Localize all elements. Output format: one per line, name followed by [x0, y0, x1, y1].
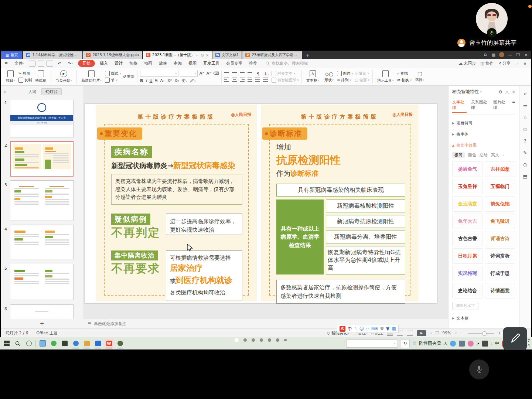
paste-button[interactable]: 粘贴∨	[4, 70, 17, 83]
tab-doc-1[interactable]: W 1.14材料科学...复试经验分享会	[23, 51, 82, 59]
minimize-button[interactable]: —	[507, 52, 512, 57]
cortana-icon[interactable]	[24, 339, 33, 348]
slideshow-play-button[interactable]: ▶	[417, 330, 426, 336]
art-text-item[interactable]: 扬眉兔气	[452, 161, 483, 177]
close-tab-icon[interactable]: ×	[206, 53, 209, 57]
taskbar-app-green[interactable]	[49, 339, 58, 348]
present-tools-button[interactable]: 演示工具∨	[375, 70, 396, 83]
slide-thumbnail-6[interactable]	[10, 304, 74, 319]
slide-thumbnail-4[interactable]	[10, 225, 74, 259]
taskbar-app-home[interactable]	[82, 339, 91, 348]
bell-icon[interactable]: △	[505, 89, 509, 95]
ime-symbols-icon[interactable]: °,	[354, 327, 357, 331]
taskbar-app-dark[interactable]	[60, 339, 69, 348]
line-spacing-icon[interactable]: ↕∨	[264, 72, 269, 76]
font-color-button[interactable]: A∨	[160, 78, 165, 83]
zoom-slider[interactable]	[468, 333, 494, 334]
refresh-circle-icon[interactable]: ↻	[401, 339, 410, 348]
tray-camera-icon[interactable]	[482, 341, 488, 347]
print-icon[interactable]	[38, 61, 44, 66]
subscript-button[interactable]: X₂	[174, 78, 179, 83]
font-size-select[interactable]: ∨	[180, 70, 198, 77]
tray-monitor-icon[interactable]	[459, 341, 465, 347]
ime-mode-chinese[interactable]: 中	[348, 326, 352, 332]
favorite-star-icon[interactable]: ☆	[523, 115, 528, 120]
menu-insert[interactable]: 插入	[96, 59, 111, 68]
art-text-item[interactable]: 背诵古诗	[485, 231, 515, 246]
taskbar-app-explorer[interactable]	[38, 339, 47, 348]
text-effect-button[interactable]: 变∨	[181, 78, 187, 83]
share-button[interactable]: ↗分享	[498, 61, 511, 66]
restore-button[interactable]: ❐	[515, 52, 521, 57]
history-clock-icon[interactable]: ◷	[523, 162, 527, 167]
reset-button[interactable]: ↺重置	[123, 74, 134, 79]
soft-keyboard-icon[interactable]: ⌨	[371, 326, 378, 331]
layout-button[interactable]: 版式∨	[105, 71, 121, 76]
redo-icon[interactable]: ↷∨	[65, 59, 76, 68]
shapes-button[interactable]: ◇○形状∨	[323, 71, 335, 83]
close-button[interactable]: ×	[524, 52, 529, 57]
format-painter-button[interactable]: 格式刷	[33, 70, 48, 83]
subtab-summary[interactable]: 总结	[480, 152, 488, 158]
tab-doc-3-active[interactable]: P 2023.1新型...（第十版）学习会 ⊙ ×	[143, 51, 212, 59]
docer-tab-diagram[interactable]: 关系图处理	[471, 99, 489, 113]
pager-dot[interactable]	[243, 338, 247, 342]
slide-page[interactable]: 第十版诊疗方案极简版 @人民日报 重要变化 疾病名称 新型冠状病毒肺炎→新型冠状…	[85, 104, 437, 303]
sync-status[interactable]: ☁未同步	[458, 61, 476, 66]
increase-indent-icon[interactable]	[248, 72, 252, 76]
quick-share-icon[interactable]: ➢	[523, 91, 527, 96]
art-text-item[interactable]: 金玉满堂	[452, 196, 483, 212]
pager-dot[interactable]	[276, 338, 279, 342]
arrange-button[interactable]: ≋排列∨	[337, 77, 353, 83]
columns-icon[interactable]	[263, 78, 268, 82]
subtab-minimal[interactable]: 极简	[452, 152, 465, 158]
fit-slide-icon[interactable]: ⛶	[436, 331, 439, 335]
meeting-mic-muted-button[interactable]	[469, 359, 489, 379]
sogou-logo-icon[interactable]: S	[340, 326, 345, 332]
menu-recommend[interactable]: 推荐	[246, 59, 260, 68]
menu-member[interactable]: 会员专享	[223, 59, 246, 68]
tab-slides[interactable]: 幻灯片	[41, 88, 62, 95]
art-text-item[interactable]: 玉兔呈祥	[452, 179, 483, 194]
fill-button[interactable]: ◇填充∨	[355, 71, 370, 76]
split-view-icon[interactable]: ⧉	[483, 52, 488, 57]
undo-icon[interactable]: ↶	[54, 59, 64, 68]
align-text-button[interactable]: 对齐文本∨	[272, 71, 299, 76]
slide-thumbnail-5[interactable]	[10, 264, 74, 300]
decrease-font-icon[interactable]: A⁻	[206, 71, 212, 76]
align-center-icon[interactable]	[232, 78, 237, 82]
menu-devtools[interactable]: 开发工具	[200, 59, 223, 68]
collapse-ribbon-icon[interactable]: ∧	[524, 61, 526, 66]
art-text-item[interactable]: 诗情画意	[485, 283, 515, 299]
close-panel-icon[interactable]: ×	[512, 89, 515, 95]
add-slide-button[interactable]: +	[1, 320, 83, 327]
docer-tab-image[interactable]: 图片处理	[493, 99, 508, 113]
paragraph-mark-icon[interactable]: ¶	[255, 72, 261, 76]
bold-button[interactable]: B	[140, 78, 143, 83]
art-text-item[interactable]: 吉祥如意	[485, 161, 515, 177]
art-text-item[interactable]: 诗词赏析	[485, 248, 515, 264]
properties-slider-icon[interactable]: ⚌	[523, 103, 528, 108]
panel-layout-icon[interactable]: ⬒	[523, 174, 527, 179]
taskbar-app-browser[interactable]	[71, 339, 80, 348]
italic-button[interactable]: I	[146, 78, 147, 83]
clear-art-text-button[interactable]: 清除艺术字	[452, 302, 478, 310]
taskbar-app-circle[interactable]	[116, 339, 125, 348]
tab-doc-2[interactable]: P 2023.1 19级年级大会.pptx	[83, 51, 142, 59]
toolbox-icon[interactable]: ⚒	[380, 326, 384, 331]
zoom-level[interactable]: 99%	[442, 331, 451, 335]
hidden-icons-chevron[interactable]: ∧	[444, 341, 447, 346]
subtab-english[interactable]: 英文	[491, 152, 499, 158]
pager-dot-active[interactable]	[235, 338, 239, 342]
section-button[interactable]: 节∨	[105, 77, 121, 83]
new-tab-button[interactable]: +	[303, 51, 313, 59]
superscript-button[interactable]: X²	[167, 78, 172, 83]
more-icon[interactable]: ⋮	[515, 61, 519, 66]
theme-name[interactable]: Office 主题	[28, 330, 58, 336]
select-button[interactable]: ⬚选择∨	[413, 71, 426, 82]
skin-icon[interactable]: ▼	[386, 326, 389, 331]
art-text-item[interactable]: 兔年大吉	[452, 214, 483, 229]
settings-gear-icon[interactable]: ⚙	[498, 89, 502, 95]
tray-ime-icon[interactable]: 中	[495, 341, 499, 346]
section-bullets[interactable]: ▶项目符号	[452, 120, 515, 126]
